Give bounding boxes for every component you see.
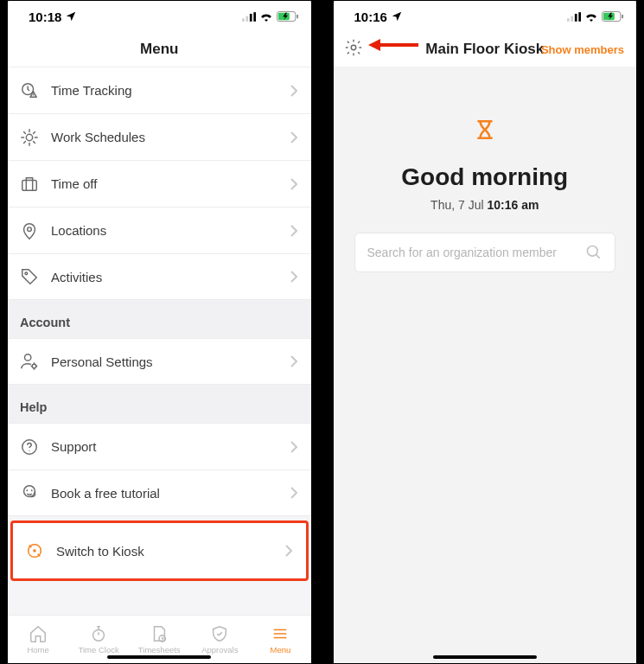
signal-icon	[242, 12, 256, 22]
chevron-right-icon	[290, 225, 297, 237]
menu-item-time-off[interactable]: Time off	[8, 160, 311, 207]
menu-item-label: Personal Settings	[51, 354, 278, 369]
menu-item-label: Support	[51, 439, 278, 454]
hourglass-logo-icon	[474, 118, 496, 144]
member-search-box[interactable]	[354, 233, 616, 272]
chevron-right-icon	[290, 355, 297, 367]
svg-line-16	[24, 141, 26, 143]
annotation-arrow-icon	[368, 35, 420, 58]
kiosk-body: Good morning Thu, 7 Jul 10:16 am	[334, 67, 637, 663]
svg-point-33	[31, 489, 33, 491]
tab-menu[interactable]: Menu	[250, 616, 310, 663]
home-indicator[interactable]	[433, 655, 537, 659]
location-arrow-icon	[391, 10, 403, 22]
svg-point-30	[29, 450, 29, 451]
svg-rect-3	[253, 12, 256, 22]
battery-icon	[277, 11, 299, 22]
svg-point-53	[351, 45, 356, 50]
document-clock-icon	[150, 624, 169, 643]
svg-point-35	[33, 549, 36, 552]
search-input[interactable]	[367, 246, 586, 259]
svg-point-32	[26, 489, 28, 491]
svg-rect-0	[242, 18, 245, 22]
svg-marker-55	[368, 39, 380, 51]
tab-home[interactable]: Home	[8, 616, 68, 663]
sun-icon	[20, 128, 39, 147]
svg-point-22	[25, 272, 28, 275]
status-time: 10:16	[354, 10, 387, 24]
menu-lines-icon	[271, 624, 290, 643]
svg-line-15	[34, 141, 35, 143]
menu-item-switch-to-kiosk[interactable]: Switch to Kiosk	[10, 520, 309, 581]
shield-check-icon	[210, 624, 229, 643]
phone-menu-screen: 10:18 Menu Time Tracking Work Schedules …	[7, 0, 312, 664]
user-gear-icon	[20, 352, 39, 371]
wifi-icon	[584, 11, 598, 22]
svg-rect-18	[22, 180, 37, 190]
tab-label: Approvals	[201, 645, 238, 654]
tab-label: Time Clock	[79, 645, 119, 654]
suitcase-icon	[20, 175, 39, 194]
svg-rect-46	[567, 18, 570, 22]
svg-rect-47	[571, 16, 573, 21]
date-prefix: Thu, 7 Jul	[430, 198, 487, 212]
menu-item-locations[interactable]: Locations	[8, 207, 311, 253]
menu-item-label: Time Tracking	[51, 83, 278, 98]
svg-rect-2	[249, 13, 252, 21]
kiosk-datetime: Thu, 7 Jul 10:16 am	[430, 198, 539, 212]
svg-rect-52	[622, 14, 623, 18]
menu-item-support[interactable]: Support	[8, 423, 311, 469]
svg-rect-49	[578, 12, 581, 22]
help-circle-icon	[20, 437, 39, 456]
stopwatch-icon	[89, 624, 108, 643]
menu-item-work-schedules[interactable]: Work Schedules	[8, 113, 311, 160]
svg-point-56	[588, 246, 598, 257]
menu-item-label: Work Schedules	[51, 130, 278, 144]
location-arrow-icon	[65, 10, 77, 22]
menu-item-label: Book a free tutorial	[51, 486, 278, 501]
tab-label: Home	[27, 645, 48, 654]
status-bar: 10:16	[334, 1, 637, 32]
chevron-right-icon	[290, 131, 297, 144]
svg-point-9	[26, 134, 32, 140]
tab-label: Menu	[271, 645, 291, 654]
kiosk-target-icon	[25, 541, 44, 560]
kiosk-time: 10:16 am	[487, 198, 539, 212]
chevron-right-icon	[290, 271, 297, 283]
show-members-link[interactable]: Show members	[541, 43, 624, 56]
svg-line-17	[34, 131, 35, 133]
menu-item-book-tutorial[interactable]: Book a free tutorial	[8, 469, 311, 516]
svg-rect-6	[296, 14, 298, 18]
menu-item-activities[interactable]: Activities	[8, 253, 311, 300]
chevron-right-icon	[290, 85, 297, 97]
svg-point-21	[28, 227, 32, 231]
svg-rect-48	[575, 13, 577, 21]
menu-item-personal-settings[interactable]: Personal Settings	[8, 338, 311, 385]
settings-button[interactable]	[344, 38, 363, 61]
home-icon	[29, 624, 48, 643]
battery-icon	[602, 11, 624, 22]
location-pin-icon	[20, 221, 39, 240]
tag-icon	[20, 267, 39, 286]
search-icon	[585, 244, 603, 261]
navbar: Menu	[8, 32, 311, 67]
menu-item-label: Time off	[51, 176, 278, 191]
chevron-right-icon	[290, 178, 297, 190]
svg-point-23	[25, 354, 31, 361]
gear-icon	[344, 38, 363, 57]
menu-item-label: Locations	[51, 223, 278, 238]
status-time: 10:18	[29, 10, 61, 24]
chevron-right-icon	[285, 545, 292, 557]
signal-icon	[567, 12, 581, 22]
home-indicator[interactable]	[107, 655, 211, 659]
svg-point-38	[93, 629, 105, 641]
clock-alert-icon	[20, 81, 39, 100]
svg-rect-1	[245, 16, 248, 21]
svg-line-57	[596, 255, 600, 259]
greeting-text: Good morning	[401, 163, 568, 191]
section-header-account: Account	[8, 300, 311, 338]
page-title: Menu	[140, 41, 178, 58]
menu-item-time-tracking[interactable]: Time Tracking	[8, 67, 311, 113]
headset-icon	[20, 483, 39, 502]
section-header-help: Help	[8, 385, 311, 423]
